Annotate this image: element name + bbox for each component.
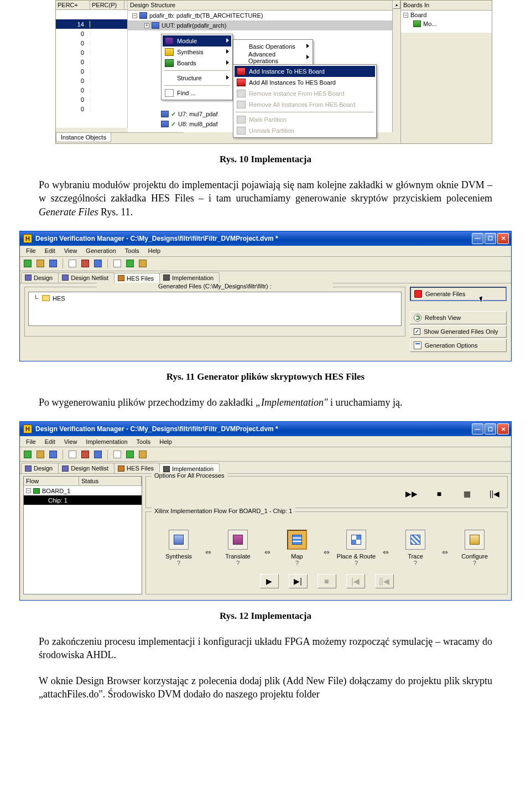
menu-item[interactable]: Add Instance To HES Board [235,66,375,77]
boards-subrow[interactable]: Mo... [401,19,492,28]
close-button[interactable]: ✕ [497,233,509,244]
flow-step-icon[interactable] [465,530,485,550]
flow-step-map[interactable]: Map? [276,530,318,566]
menu-item[interactable]: Remove Instance From HES Board [235,88,375,99]
control-button[interactable]: ▶ [260,574,279,588]
toolbar-btn[interactable] [22,449,33,460]
process-button[interactable]: ■ [431,488,447,500]
flow-step-synthesis[interactable]: Synthesis? [158,530,200,566]
menu-item[interactable]: Synthesis [163,46,231,58]
menu-edit[interactable]: Edit [41,246,59,255]
toolbar-btn[interactable] [80,258,91,269]
boards-header[interactable]: Boards In [401,1,492,11]
tree-row[interactable]: −pdafir_tb: pdafir_tb(TB_ARCHITECTURE) [128,11,400,20]
minimize-button[interactable]: — [472,233,483,244]
design-structure-header[interactable]: Design Structure [128,1,400,11]
tab-hes-files[interactable]: HES Files [114,273,160,283]
table-row[interactable]: 0 [56,38,127,48]
tab-design-netlist[interactable]: Design Netlist [58,463,114,473]
table-row[interactable]: 0 [56,95,127,104]
menu-generation[interactable]: Generation [82,246,119,255]
toolbar-btn[interactable] [124,449,136,460]
toolbar-btn[interactable] [67,258,78,269]
flow-step-configure[interactable]: Configure? [454,530,496,566]
control-button[interactable]: |◀ [346,574,365,588]
toolbar-btn[interactable] [48,449,59,460]
toolbar-btn[interactable] [22,258,33,269]
control-button[interactable]: ■ [317,574,336,588]
menu-tools[interactable]: Tools [133,437,155,446]
flow-step-icon[interactable] [228,530,248,550]
toolbar-btn[interactable] [35,258,46,269]
table-row[interactable]: 0 [56,29,127,38]
control-button[interactable]: ||◀ [375,574,394,588]
menu-item[interactable]: Add All Instances To HES Board [235,77,375,88]
flow-tree-row[interactable]: −BOARD_1 [24,486,142,495]
button-show-generated-files-only[interactable]: ✓Show Generated Files Only [410,325,507,338]
generated-files-tree[interactable]: └ HES [28,292,402,326]
toolbar-btn[interactable] [137,449,148,460]
close-button[interactable]: ✕ [497,423,509,435]
tab-design[interactable]: Design [21,463,59,473]
tab-instance-objects[interactable]: Instance Objects [56,133,111,142]
toolbar-btn[interactable] [80,449,91,460]
expand-icon[interactable]: + [144,23,149,28]
minimize-button[interactable]: — [472,423,483,435]
menu-implementation[interactable]: Implementation [82,437,131,446]
menu-file[interactable]: File [22,246,40,255]
process-button[interactable]: ▦ [459,488,475,500]
button-refresh-view[interactable]: Refresh View [410,311,507,324]
table-row[interactable]: 0 [56,48,127,57]
process-button[interactable]: ||◀ [486,488,503,500]
menu-item[interactable]: Advanced Operations [235,52,311,63]
table-row[interactable]: 0 [56,85,127,95]
titlebar[interactable]: H Design Verification Manager - C:\My_De… [20,231,511,246]
menu-item[interactable]: Mark Partition [235,114,375,125]
menu-view[interactable]: View [60,437,81,446]
maximize-button[interactable]: ☐ [485,423,496,435]
toolbar-btn[interactable] [48,258,59,269]
toolbar-btn[interactable] [92,449,103,460]
expand-icon[interactable]: − [26,488,31,493]
table-row[interactable]: 0 [56,104,127,113]
tab-design[interactable]: Design [21,272,59,283]
menu-edit[interactable]: Edit [41,437,59,446]
menu-item[interactable]: Boards [163,58,231,69]
button-generation-options[interactable]: Generation Options [410,339,507,352]
menu-item[interactable]: Structure [163,73,231,84]
control-button[interactable]: ▶| [289,574,308,588]
table-row[interactable]: 0 [56,66,127,76]
menu-tools[interactable]: Tools [121,246,143,255]
menu-item[interactable]: Module [163,35,231,46]
scroll-up-icon[interactable]: ▴ [393,1,400,9]
flow-step-icon[interactable] [169,530,189,550]
menu-item[interactable]: Find ... [163,87,231,99]
toolbar-btn[interactable] [35,449,46,460]
toolbar-btn[interactable] [124,258,136,269]
collapse-icon[interactable]: − [403,13,408,18]
col-perc-plus[interactable]: PERC+ [56,1,90,9]
expand-icon[interactable]: − [132,13,137,18]
table-row[interactable]: 0 [56,57,127,66]
flow-step-icon[interactable] [346,530,366,550]
col-status[interactable]: Status [79,477,142,485]
tab-implementation[interactable]: Implementation [159,272,220,283]
checkbox[interactable]: ✓ [414,328,420,335]
flow-step-trace[interactable]: Trace? [394,530,436,566]
col-flow[interactable]: Flow [24,477,79,485]
menu-help[interactable]: Help [155,437,176,446]
table-row[interactable] [56,10,127,19]
tab-design-netlist[interactable]: Design Netlist [58,272,114,283]
flow-tree-row[interactable]: Chip: 1 [24,495,142,505]
toolbar-btn[interactable] [137,258,148,269]
flow-step-translate[interactable]: Translate? [217,530,259,566]
menu-help[interactable]: Help [144,246,164,255]
menu-file[interactable]: File [22,437,40,446]
toolbar-btn[interactable] [112,258,123,269]
menu-item[interactable]: Basic Operations [235,41,311,52]
tree-row[interactable]: +UUT: pdafir(pdafir_arch) [128,20,400,30]
menu-item[interactable]: Unmark Partition [235,125,375,136]
table-row[interactable]: 0 [56,76,127,85]
col-perc-p[interactable]: PERC(P) [90,1,124,9]
titlebar[interactable]: H Design Verification Manager - C:\My_De… [20,422,511,436]
